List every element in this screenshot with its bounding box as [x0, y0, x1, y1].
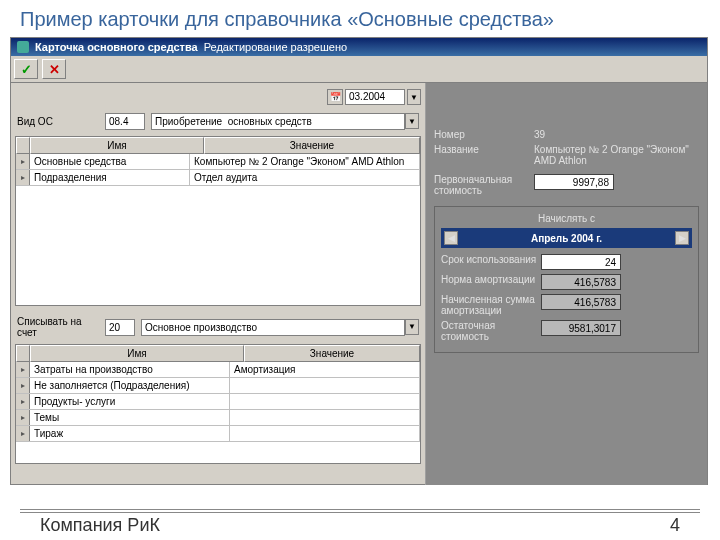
writeoff-label: Списывать на счет	[17, 316, 99, 338]
app-icon	[17, 41, 29, 53]
initcost-label: Первоначальная стоимость	[434, 174, 534, 196]
writeoff-value[interactable]	[141, 319, 405, 336]
vid-os-label: Вид ОС	[17, 116, 99, 127]
cell-value	[230, 426, 420, 441]
footer-page: 4	[670, 515, 680, 536]
month-label: Апрель 2004 г.	[462, 233, 671, 244]
cell-name: Подразделения	[30, 170, 190, 185]
cell-name: Основные средства	[30, 154, 190, 169]
vid-os-value[interactable]	[151, 113, 405, 130]
cell-value	[230, 410, 420, 425]
date-field[interactable]: 03.2004	[345, 89, 405, 105]
cell-name: Затраты на производство	[30, 362, 230, 377]
row-handle-icon: ▸	[16, 154, 30, 169]
grid2-header-value: Значение	[244, 345, 420, 362]
prev-month-button[interactable]: ◀	[444, 231, 458, 245]
cell-value	[230, 378, 420, 393]
rate-output	[541, 274, 621, 290]
usage-input[interactable]	[541, 254, 621, 270]
number-label: Номер	[434, 129, 534, 140]
slide-title: Пример карточки для справочника «Основны…	[0, 0, 720, 37]
accrued-output	[541, 294, 621, 310]
next-month-button[interactable]: ▶	[675, 231, 689, 245]
left-panel: 📅 03.2004 ▼ Вид ОС ▼ Имя Значение	[11, 83, 426, 485]
table-row[interactable]: ▸Продукты- услуги	[16, 394, 420, 410]
writeoff-dropdown[interactable]: ▼	[405, 319, 419, 335]
vid-os-code[interactable]	[105, 113, 145, 130]
cell-value: Компьютер № 2 Orange "Эконом" AMD Athlon	[190, 154, 420, 169]
grid2-header-name: Имя	[30, 345, 244, 362]
cancel-button[interactable]: ✕	[42, 59, 66, 79]
right-panel: Номер39 НазваниеКомпьютер № 2 Orange "Эк…	[426, 83, 707, 485]
slide-footer: Компания РиК 4	[20, 512, 700, 536]
accrued-label: Начисленная сумма амортизации	[441, 294, 541, 316]
accrue-panel: Начислять с ◀ Апрель 2004 г. ▶ Срок испо…	[434, 206, 699, 353]
app-window: Карточка основного средства Редактирован…	[10, 37, 708, 485]
cell-name: Продукты- услуги	[30, 394, 230, 409]
table-row[interactable]: ▸ Подразделения Отдел аудита	[16, 170, 420, 186]
usage-label: Срок использования	[441, 254, 541, 270]
table-row[interactable]: ▸Не заполняется (Подразделения)	[16, 378, 420, 394]
date-dropdown[interactable]: ▼	[407, 89, 421, 105]
writeoff-code[interactable]	[105, 319, 135, 336]
rate-label: Норма амортизации	[441, 274, 541, 290]
residual-label: Остаточная стоимость	[441, 320, 541, 342]
calendar-button[interactable]: 📅	[327, 89, 343, 105]
cell-value: Амортизация	[230, 362, 420, 377]
initcost-input[interactable]	[534, 174, 614, 190]
cell-name: Не заполняется (Подразделения)	[30, 378, 230, 393]
accrue-title: Начислять с	[441, 213, 692, 224]
cell-name: Темы	[30, 410, 230, 425]
name-label: Название	[434, 144, 534, 166]
check-icon: ✓	[21, 62, 32, 77]
table-row[interactable]: ▸ Основные средства Компьютер № 2 Orange…	[16, 154, 420, 170]
month-navigator: ◀ Апрель 2004 г. ▶	[441, 228, 692, 248]
window-title: Карточка основного средства	[35, 41, 198, 53]
row-handle-icon: ▸	[16, 170, 30, 185]
cell-value	[230, 394, 420, 409]
grid-bottom: Имя Значение ▸Затраты на производствоАмо…	[15, 344, 421, 464]
window-mode: Редактирование разрешено	[204, 41, 347, 53]
toolbar: ✓ ✕	[11, 56, 707, 83]
cell-name: Тираж	[30, 426, 230, 441]
name-value: Компьютер № 2 Orange "Эконом" AMD Athlon	[534, 144, 699, 166]
grid1-header-name: Имя	[30, 137, 204, 154]
grid1-header-value: Значение	[204, 137, 420, 154]
ok-button[interactable]: ✓	[14, 59, 38, 79]
vid-os-dropdown[interactable]: ▼	[405, 113, 419, 129]
titlebar: Карточка основного средства Редактирован…	[11, 38, 707, 56]
footer-company: Компания РиК	[40, 515, 160, 536]
number-value: 39	[534, 129, 699, 140]
table-row[interactable]: ▸Темы	[16, 410, 420, 426]
cell-value: Отдел аудита	[190, 170, 420, 185]
table-row[interactable]: ▸Тираж	[16, 426, 420, 442]
grid-top: Имя Значение ▸ Основные средства Компьют…	[15, 136, 421, 306]
cross-icon: ✕	[49, 62, 60, 77]
residual-output	[541, 320, 621, 336]
table-row[interactable]: ▸Затраты на производствоАмортизация	[16, 362, 420, 378]
